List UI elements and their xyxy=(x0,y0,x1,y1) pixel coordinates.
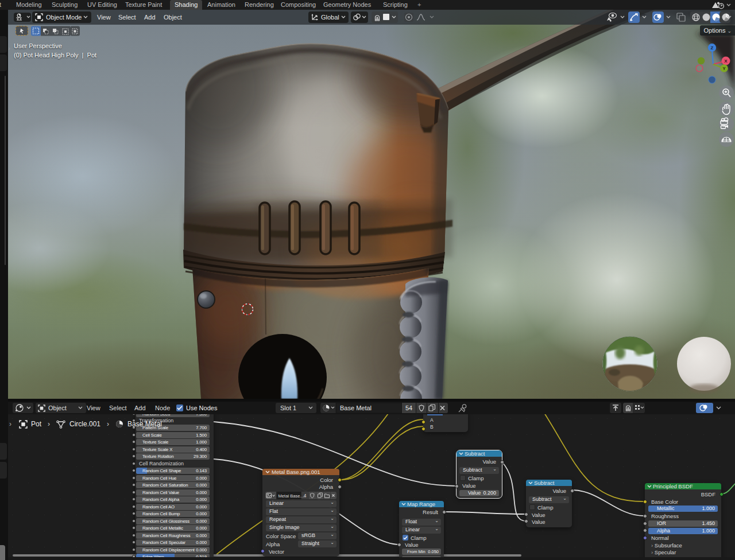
svg-text:54: 54 xyxy=(405,405,412,411)
svg-text:Z: Z xyxy=(711,45,714,50)
svg-text:4: 4 xyxy=(304,493,307,499)
svg-text:Base Metal: Base Metal xyxy=(340,405,372,411)
svg-text:Metal Base....: Metal Base.... xyxy=(278,493,305,499)
svg-text:X: X xyxy=(724,59,728,64)
svg-text:Y: Y xyxy=(722,66,725,71)
